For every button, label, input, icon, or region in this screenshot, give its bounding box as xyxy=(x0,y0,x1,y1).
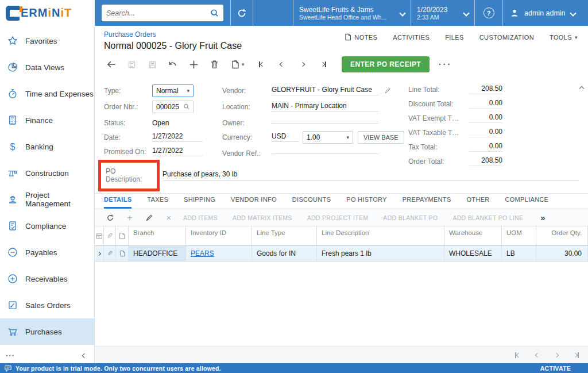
type-dropdown[interactable]: Normal ▾ xyxy=(152,84,194,97)
currency-code-field[interactable]: USD xyxy=(272,132,298,142)
column-header-inventory-id[interactable]: Inventory ID xyxy=(186,226,252,245)
refresh-button[interactable] xyxy=(231,0,253,26)
tab-shipping[interactable]: SHIPPING xyxy=(184,196,215,209)
column-header-order-qty[interactable]: Order Qty. xyxy=(536,226,588,245)
search-box[interactable] xyxy=(102,5,223,21)
sidebar-item-data-views[interactable]: Data Views xyxy=(0,54,94,80)
go-first-button[interactable] xyxy=(251,57,272,71)
cancel-undo-button[interactable] xyxy=(163,57,183,71)
save-close-button[interactable] xyxy=(121,57,142,71)
grid-toolbar-overflow-icon[interactable]: » xyxy=(540,213,545,222)
activities-link[interactable]: ACTIVITIES xyxy=(393,34,430,41)
company-selector[interactable]: SweetLife Fruits & Jams SweetLife Head O… xyxy=(293,0,411,26)
sidebar-item-construction[interactable]: Construction xyxy=(0,160,94,186)
enter-po-receipt-button[interactable]: ENTER PO RECEIPT xyxy=(342,56,430,72)
row-expander-icon[interactable] xyxy=(95,246,104,261)
date-field[interactable]: 1/27/2022 xyxy=(152,132,203,142)
sidebar-item-purchases[interactable]: Purchases xyxy=(0,318,94,345)
tab-vendor-info[interactable]: VENDOR INFO xyxy=(231,196,277,209)
grid-refresh-button[interactable] xyxy=(100,212,120,224)
tab-taxes[interactable]: TAXES xyxy=(147,196,168,209)
order-nbr-lookup[interactable]: 000025 xyxy=(152,101,194,113)
search-icon[interactable] xyxy=(210,9,219,17)
sidebar-item-compliance[interactable]: Compliance xyxy=(0,213,94,239)
vat-exempt-total-value: 0.00 xyxy=(469,113,502,123)
add-blanket-po-line-button[interactable]: ADD BLANKET PO LINE xyxy=(452,214,523,221)
customization-link[interactable]: CUSTOMIZATION xyxy=(479,34,534,41)
cell-line-type[interactable]: Goods for IN xyxy=(252,246,317,261)
cell-warehouse[interactable]: WHOLESALE xyxy=(444,246,502,261)
sidebar-item-receivables[interactable]: Receivables xyxy=(0,266,94,292)
sidebar-item-project-management[interactable]: Project Management xyxy=(0,186,94,213)
grid-settings-icon[interactable] xyxy=(95,226,104,245)
order-total-value: 208.50 xyxy=(469,156,502,166)
vendor-field[interactable]: GLORYFRUIT - Glory Fruit Case xyxy=(272,86,378,95)
edit-vendor-icon[interactable] xyxy=(384,87,392,94)
tab-compliance[interactable]: COMPLIANCE xyxy=(505,196,549,209)
back-button[interactable] xyxy=(100,57,121,71)
collapse-panel-icon[interactable] xyxy=(580,82,583,93)
table-row[interactable]: HEADOFFICE PEARS Goods for IN Fresh pear… xyxy=(95,246,588,262)
grid-delete-row-button[interactable]: × xyxy=(159,212,179,224)
po-description-field[interactable]: Purchase of pears, 30 lb xyxy=(163,170,579,181)
cell-order-qty[interactable]: 30.00 xyxy=(536,246,588,261)
sidebar-item-banking[interactable]: $ Banking xyxy=(0,133,94,160)
help-button[interactable]: ? xyxy=(475,0,502,26)
promised-on-field[interactable]: 1/27/2022 xyxy=(152,147,203,156)
business-date-selector[interactable]: 1/20/2023 2:33 AM xyxy=(411,0,474,26)
sidebar-collapse-icon[interactable] xyxy=(82,353,87,357)
cell-branch[interactable]: HEADOFFICE xyxy=(129,246,186,261)
owner-field[interactable] xyxy=(272,122,378,124)
add-blanket-po-button[interactable]: ADD BLANKET PO xyxy=(383,214,438,221)
go-previous-button[interactable] xyxy=(272,57,292,71)
sidebar-item-payables[interactable]: Payables xyxy=(0,239,94,266)
sidebar-item-sales-orders[interactable]: Sales Orders xyxy=(0,292,94,318)
grid-add-row-button[interactable]: + xyxy=(120,212,140,224)
page-previous-button[interactable] xyxy=(536,353,539,357)
tab-prepayments[interactable]: PREPAYMENTS xyxy=(403,196,451,209)
sidebar-item-finance[interactable]: Finance xyxy=(0,107,94,133)
column-header-uom[interactable]: UOM xyxy=(502,226,536,245)
grid-edit-row-button[interactable] xyxy=(140,212,159,224)
sidebar-item-time-and-expenses[interactable]: Time and Expenses xyxy=(0,80,94,107)
tab-po-history[interactable]: PO HISTORY xyxy=(346,196,386,209)
cell-uom[interactable]: LB xyxy=(502,246,536,261)
cell-inventory-id[interactable]: PEARS xyxy=(186,246,252,261)
sidebar-more-button[interactable]: ··· xyxy=(6,351,15,360)
sidebar-item-favorites[interactable]: Favorites xyxy=(0,28,94,54)
page-next-button[interactable] xyxy=(555,353,558,357)
user-menu[interactable]: admin admin xyxy=(503,0,588,26)
activate-link[interactable]: ACTIVATE xyxy=(540,365,571,372)
copy-paste-menu[interactable]: ▾ xyxy=(225,57,251,71)
search-input[interactable] xyxy=(106,9,210,17)
files-link[interactable]: FILES xyxy=(445,34,464,41)
column-header-branch[interactable]: Branch xyxy=(129,226,186,245)
add-new-record-button[interactable] xyxy=(183,57,204,71)
row-attachment-icon[interactable] xyxy=(104,246,116,261)
view-base-button[interactable]: VIEW BASE xyxy=(358,131,404,144)
go-last-button[interactable] xyxy=(313,57,334,71)
go-next-button[interactable] xyxy=(292,57,313,71)
column-header-line-type[interactable]: Line Type xyxy=(252,226,317,245)
tab-details[interactable]: DETAILS xyxy=(104,196,131,209)
notes-link[interactable]: NOTES xyxy=(345,33,377,41)
cell-line-description[interactable]: Fresh pears 1 lb xyxy=(317,246,444,261)
column-header-line-description[interactable]: Line Description xyxy=(317,226,444,245)
tab-other[interactable]: OTHER xyxy=(467,196,490,209)
tab-discounts[interactable]: DISCOUNTS xyxy=(292,196,331,209)
page-first-button[interactable] xyxy=(515,352,520,358)
toolbar-more-button[interactable]: ··· xyxy=(439,60,452,69)
location-field[interactable]: MAIN - Primary Location xyxy=(272,102,378,111)
add-project-item-button[interactable]: ADD PROJECT ITEM xyxy=(307,214,369,221)
page-last-button[interactable] xyxy=(574,352,579,358)
add-items-button[interactable]: ADD ITEMS xyxy=(183,214,218,221)
tools-menu[interactable]: TOOLS▾ xyxy=(550,34,578,41)
vendor-ref-field[interactable] xyxy=(272,152,378,154)
currency-rate-dropdown[interactable]: 1.00 ▾ xyxy=(303,131,353,144)
delete-button[interactable] xyxy=(204,57,225,71)
save-button[interactable] xyxy=(142,57,163,71)
row-note-icon[interactable] xyxy=(116,246,129,261)
app-logo[interactable]: ERMiNiT xyxy=(0,0,95,26)
add-matrix-items-button[interactable]: ADD MATRIX ITEMS xyxy=(233,214,292,221)
column-header-warehouse[interactable]: Warehouse xyxy=(444,226,502,245)
